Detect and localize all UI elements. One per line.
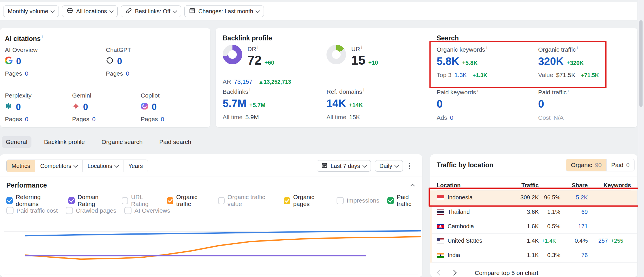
view-metrics-button[interactable]: Metrics — [7, 160, 35, 172]
backlinks-value[interactable]: 5.7M — [223, 98, 246, 110]
perplexity-pages-count[interactable]: 0 — [25, 116, 29, 123]
dr-delta: +60 — [264, 59, 274, 66]
tab-organic-search[interactable]: Organic search — [97, 136, 147, 148]
metric-checkbox-paid-traffic[interactable]: Paid traffic — [387, 194, 422, 207]
copilot-pages-count[interactable]: 0 — [161, 116, 164, 123]
checkbox-label: URL Rating — [131, 194, 159, 207]
ads-value[interactable]: 0 — [450, 114, 453, 121]
metric-checkbox-ai-overviews[interactable]: AI Overviews — [124, 207, 170, 214]
metric-checkbox-impressions[interactable]: Impressions — [337, 197, 379, 204]
gemini-count[interactable]: 0 — [83, 102, 88, 112]
location-name: United States — [448, 237, 482, 244]
collapse-section-icon[interactable] — [410, 184, 415, 188]
metric-checkbox-organic-pages[interactable]: Organic pages — [284, 194, 328, 207]
checkbox-label: Organic pages — [293, 194, 328, 207]
copilot-count[interactable]: 0 — [152, 102, 157, 112]
top3-value[interactable]: 1.3K — [454, 72, 467, 78]
location-row-united-states[interactable]: United States 1.4K +1.4K 0.4% 257 +255 — [432, 234, 637, 248]
vertical-scrollbar-track[interactable] — [638, 0, 644, 277]
info-icon[interactable]: i — [249, 87, 250, 92]
checkbox-checked-icon — [167, 197, 173, 204]
compare-top-5-button[interactable]: Compare top 5 on chart — [473, 269, 540, 277]
ref-domains-value[interactable]: 14K — [326, 98, 346, 110]
perplexity-count[interactable]: 0 — [16, 102, 21, 112]
keywords-link[interactable]: 69 — [560, 209, 588, 215]
ai-overview-pages-count[interactable]: 0 — [25, 70, 29, 77]
paid-keywords-value[interactable]: 0 — [437, 98, 443, 110]
filters-toolbar: Monthly volume All locations Best links:… — [0, 2, 637, 20]
organic-traffic-value[interactable]: 320K — [538, 55, 564, 68]
gemini-pages-count[interactable]: 0 — [92, 116, 96, 123]
info-icon[interactable]: i — [486, 45, 487, 50]
organic-keywords-value[interactable]: 5.8K — [437, 55, 459, 68]
info-icon[interactable]: i — [477, 88, 478, 93]
keywords-link[interactable]: 171 — [560, 223, 588, 230]
pages-label: Pages — [5, 116, 22, 123]
changes-filter[interactable]: Changes: Last month — [184, 5, 264, 17]
tab-backlink-profile[interactable]: Backlink profile — [40, 136, 89, 148]
location-row-india[interactable]: India 1.1K 0.3% 76 — [432, 248, 637, 263]
traffic-by-location-card: Traffic by location Organic90 Paid0 Loca… — [430, 154, 637, 277]
divider — [430, 177, 637, 177]
ai-citations-title: AI citationsi — [5, 34, 43, 43]
keywords-link[interactable]: 76 — [560, 252, 588, 259]
chevron-left-icon — [437, 270, 443, 276]
calendar-icon — [189, 7, 196, 15]
info-icon[interactable]: i — [42, 34, 43, 39]
metric-checkbox-url-rating[interactable]: URL Rating — [122, 194, 159, 207]
info-icon[interactable]: i — [257, 45, 258, 50]
paid-traffic-label: Paid traffic — [538, 89, 567, 96]
metric-checkbox-referring-domains[interactable]: Referring domains — [6, 194, 60, 207]
info-icon[interactable]: i — [568, 88, 569, 93]
info-icon[interactable]: i — [363, 87, 364, 92]
ai-overview-label: AI Overview — [5, 46, 68, 53]
location-name: Thailand — [448, 209, 470, 215]
locations-filter[interactable]: All locations — [62, 5, 118, 17]
chatgpt-pages-count[interactable]: 0 — [126, 70, 129, 77]
info-icon[interactable]: i — [361, 45, 362, 50]
column-share: Share — [560, 182, 588, 189]
metric-checkbox-paid-traffic-cost[interactable]: Paid traffic cost — [6, 207, 58, 214]
ai-item-ai-overview: AI Overview 0 Pages0 — [5, 46, 68, 77]
toggle-paid-button[interactable]: Paid0 — [606, 159, 634, 171]
paid-traffic-value[interactable]: 0 — [538, 98, 544, 110]
tab-paid-search[interactable]: Paid search — [155, 136, 195, 148]
keywords-link[interactable]: 5.2K — [560, 194, 588, 201]
keywords-link[interactable]: 257 — [588, 237, 608, 244]
location-row-cambodia[interactable]: Cambodia 1.6K 0.5% 171 — [432, 219, 637, 234]
chatgpt-count[interactable]: 0 — [117, 56, 122, 67]
link-icon — [125, 7, 132, 15]
share-value: 0.4% — [560, 237, 588, 244]
ar-value[interactable]: 73,157 — [234, 78, 252, 85]
performance-chart — [0, 219, 422, 277]
location-row-thailand[interactable]: Thailand 3.6K 1.1% 69 — [432, 205, 637, 219]
dr-label: DR — [247, 46, 256, 52]
ai-overview-count[interactable]: 0 — [16, 56, 21, 67]
view-locations-button[interactable]: Locations — [82, 160, 123, 172]
vertical-scrollbar-thumb[interactable] — [639, 20, 643, 107]
metric-checkbox-organic-traffic-value[interactable]: Organic traffic value — [218, 194, 276, 207]
performance-card: Metrics Competitors Locations Years Last… — [0, 154, 422, 277]
chevron-down-icon — [74, 163, 78, 168]
more-options-button[interactable] — [407, 161, 412, 171]
toggle-organic-button[interactable]: Organic90 — [566, 159, 606, 171]
metric-checkbox-organic-traffic[interactable]: Organic traffic — [167, 194, 210, 207]
view-years-button[interactable]: Years — [123, 160, 148, 172]
traffic-type-toggle: Organic90 Paid0 — [566, 159, 634, 171]
next-page-button[interactable] — [450, 269, 457, 277]
best-links-filter[interactable]: Best links: Off — [121, 5, 181, 17]
info-icon[interactable]: i — [577, 45, 578, 50]
metric-checkbox-crawled-pages[interactable]: Crawled pages — [66, 207, 116, 214]
granularity-button[interactable]: Daily — [375, 160, 403, 172]
location-row-indonesia[interactable]: Indonesia 309.2K 96.5% 5.2K — [432, 190, 637, 205]
view-competitors-button[interactable]: Competitors — [35, 160, 82, 172]
tab-general[interactable]: General — [2, 136, 31, 148]
performance-controls: Metrics Competitors Locations Years Last… — [6, 160, 416, 172]
date-range-button[interactable]: Last 7 days — [317, 160, 371, 172]
monthly-volume-filter[interactable]: Monthly volume — [3, 5, 59, 17]
cost-value: N/A — [553, 114, 564, 121]
dr-value: 72 — [247, 53, 262, 68]
previous-page-button[interactable] — [437, 269, 443, 277]
perplexity-label: Perplexity — [5, 92, 68, 99]
metric-checkbox-domain-rating[interactable]: Domain Rating — [68, 194, 114, 207]
